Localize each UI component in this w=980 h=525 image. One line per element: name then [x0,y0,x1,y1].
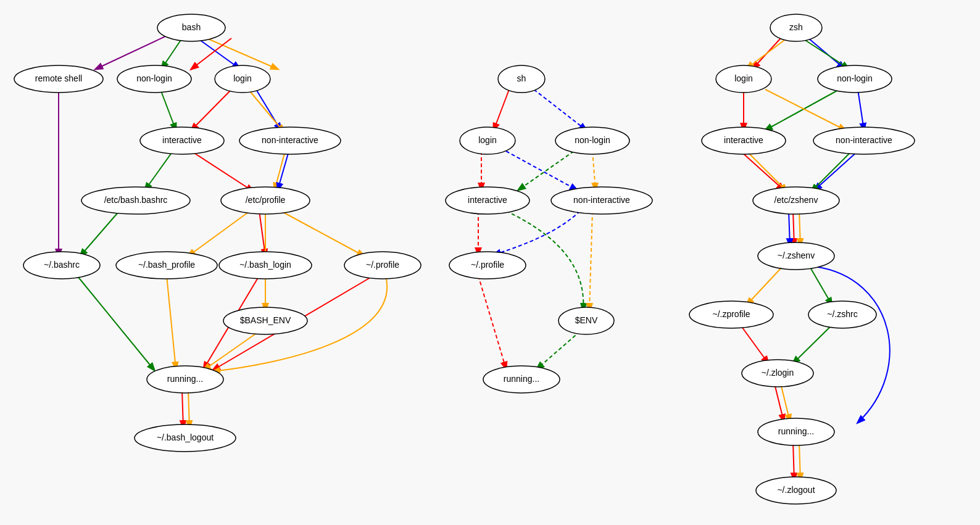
svg-text:non-interactive: non-interactive [836,135,892,145]
svg-text:interactive: interactive [724,135,763,145]
svg-line-4 [191,38,231,69]
svg-line-34 [478,276,506,369]
bash-running-node: running... [147,366,223,393]
svg-text:login: login [478,135,497,145]
svg-line-3 [207,38,278,69]
svg-line-44 [741,151,784,190]
remote-shell-node: remote shell [14,65,103,93]
svg-text:~/.profile: ~/.profile [366,260,399,270]
bash-dot-bash-login-node: ~/.bash_login [219,252,312,279]
svg-line-58 [799,442,800,480]
sh-running-node: running... [483,366,560,393]
svg-text:~/.zlogout: ~/.zlogout [777,485,815,495]
svg-line-35 [537,331,580,369]
svg-line-53 [741,325,768,363]
bash-login-node: login [215,65,270,93]
sh-dot-profile-node: ~/.profile [449,252,526,279]
svg-text:~/.profile: ~/.profile [471,260,504,270]
svg-line-33 [589,211,592,310]
svg-line-31 [592,151,596,190]
zsh-running-node: running... [758,418,834,445]
svg-text:non-login: non-login [837,73,873,83]
svg-text:remote shell: remote shell [35,73,82,83]
svg-text:~/.bashrc: ~/.bashrc [44,260,80,270]
svg-line-0 [162,38,182,68]
svg-text:~/.bash_profile: ~/.bash_profile [138,260,195,270]
svg-line-16 [281,211,364,256]
zsh-non-interactive-node: non-interactive [813,127,915,154]
svg-text:interactive: interactive [468,195,507,205]
svg-line-10 [191,151,253,191]
svg-text:/etc/bash.bashrc: /etc/bash.bashrc [104,195,168,205]
bash-non-interactive-node: non-interactive [239,127,341,154]
svg-line-38 [747,38,787,68]
bash-dot-profile-node: ~/.profile [344,252,421,279]
svg-line-46 [747,151,787,191]
svg-line-45 [815,151,858,190]
svg-text:/etc/profile: /etc/profile [246,195,286,205]
zsh-login-node: login [716,65,771,93]
bash-env-node: $BASH_ENV [223,307,307,334]
svg-text:login: login [734,73,753,83]
svg-line-2 [96,36,167,69]
zsh-dot-zshenv-node: ~/.zshenv [758,242,834,270]
svg-text:~/.zshrc: ~/.zshrc [827,309,857,319]
bash-dot-bash-profile-node: ~/.bash_profile [116,252,217,279]
svg-line-8 [250,91,284,132]
svg-text:~/.zlogin: ~/.zlogin [762,368,794,378]
svg-line-19 [77,276,154,370]
svg-text:$BASH_ENV: $BASH_ENV [240,315,291,325]
svg-line-6 [191,89,231,130]
svg-line-42 [858,89,864,130]
bash-dot-bash-logout-node: ~/.bash_logout [135,424,236,452]
zsh-etc-zshenv-node: /etc/zshenv [753,187,839,214]
svg-text:running...: running... [778,426,814,436]
bash-interactive-node: interactive [140,127,224,154]
svg-text:non-interactive: non-interactive [573,195,630,205]
sh-non-login-node: non-login [555,127,629,154]
svg-line-51 [747,267,783,305]
svg-text:~/.zprofile: ~/.zprofile [712,309,750,319]
svg-text:interactive: interactive [162,135,202,145]
svg-line-26 [494,89,509,130]
svg-line-49 [799,211,800,246]
sh-interactive-node: interactive [446,187,529,214]
svg-line-48 [793,211,794,246]
svg-text:~/.zshenv: ~/.zshenv [778,250,815,260]
svg-line-14 [188,211,250,256]
svg-line-57 [793,442,794,480]
svg-line-50 [789,211,790,246]
svg-text:/etc/zshenv: /etc/zshenv [774,195,818,205]
svg-line-5 [160,89,176,130]
zsh-dot-zshrc-node: ~/.zshrc [808,301,876,328]
svg-line-20 [167,276,176,369]
svg-text:zsh: zsh [789,22,803,32]
svg-text:~/.bash_login: ~/.bash_login [239,260,291,270]
zsh-non-login-node: non-login [818,65,892,93]
svg-line-54 [793,325,832,363]
svg-text:non-login: non-login [136,73,172,83]
sh-node: sh [498,65,545,93]
svg-text:login: login [233,73,252,83]
sh-non-interactive-node: non-interactive [551,187,652,214]
svg-line-13 [80,210,120,256]
svg-line-15 [259,211,265,256]
svg-line-25 [188,390,189,428]
svg-line-22 [204,331,259,370]
zsh-interactive-node: interactive [702,127,786,154]
svg-text:sh: sh [517,73,526,83]
svg-line-39 [802,38,849,68]
svg-line-24 [182,390,183,428]
bash-node: bash [157,14,225,41]
svg-line-27 [534,89,586,130]
svg-line-52 [810,267,832,305]
zsh-dot-zlogin-node: ~/.zlogin [742,360,813,387]
svg-text:~/.bash_logout: ~/.bash_logout [157,432,214,442]
zsh-dot-zlogout-node: ~/.zlogout [756,477,836,504]
bash-etc-bashrc-node: /etc/bash.bashrc [81,187,190,214]
sh-login-node: login [460,127,515,154]
svg-text:non-login: non-login [575,135,610,145]
svg-line-47 [812,151,852,191]
bash-non-login-node: non-login [117,65,191,93]
bash-dot-bashrc-node: ~/.bashrc [23,252,100,279]
